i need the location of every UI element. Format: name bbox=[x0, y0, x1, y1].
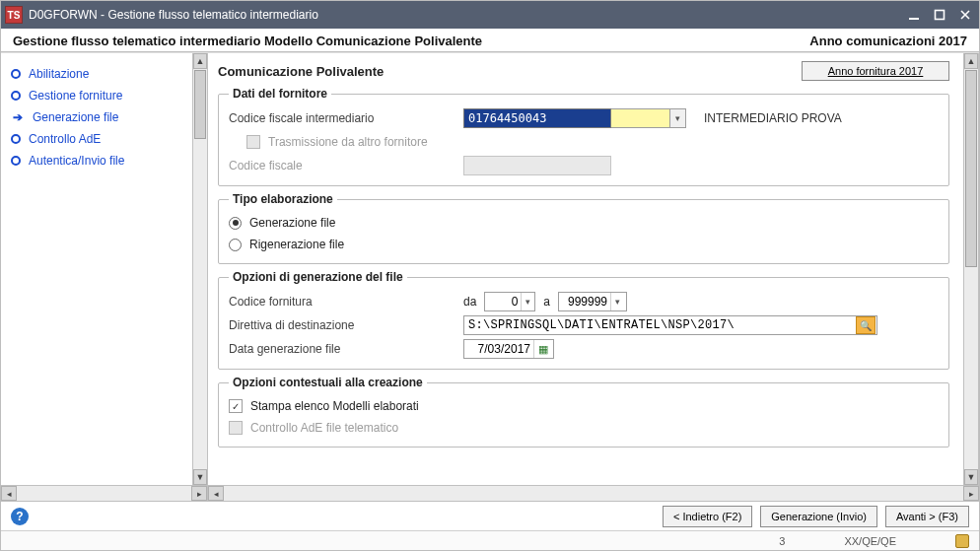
horizontal-scroll-row: ◂ ▸ ◂ ▸ bbox=[1, 485, 979, 501]
chevron-down-icon[interactable]: ▾ bbox=[610, 293, 624, 310]
group-elaboration-type: Tipo elaborazione Generazione file Rigen… bbox=[218, 192, 949, 264]
left-horizontal-scrollbar[interactable]: ◂ ▸ bbox=[1, 486, 208, 501]
direttiva-label: Direttiva di destinazione bbox=[229, 318, 455, 332]
codice-a-input[interactable]: ▾ bbox=[558, 292, 627, 311]
scroll-thumb[interactable] bbox=[965, 70, 977, 267]
year-supply-button[interactable]: Anno fornitura 2017 bbox=[802, 61, 949, 81]
chevron-down-icon[interactable]: ▾ bbox=[521, 293, 534, 310]
cf-intermediario-label: Codice fiscale intermediario bbox=[229, 111, 455, 125]
scroll-track[interactable] bbox=[964, 69, 978, 469]
bullet-icon bbox=[11, 156, 21, 166]
codice-da-field[interactable] bbox=[485, 294, 521, 310]
scroll-down-icon[interactable]: ▼ bbox=[193, 469, 207, 485]
nav-item-generazione-file[interactable]: ➔ Generazione file bbox=[11, 106, 186, 128]
bullet-icon bbox=[11, 91, 21, 101]
scroll-up-icon[interactable]: ▲ bbox=[964, 53, 978, 69]
chk-controllo-ade-label: Controllo AdE file telematico bbox=[250, 421, 398, 435]
svg-rect-1 bbox=[936, 11, 945, 20]
chk-controllo-ade bbox=[229, 421, 243, 435]
scroll-left-icon[interactable]: ◂ bbox=[1, 486, 17, 501]
trash-icon[interactable] bbox=[955, 534, 969, 548]
chk-stampa-elenco-label: Stampa elenco Modelli elaborati bbox=[250, 399, 419, 413]
radio-generazione[interactable] bbox=[229, 217, 242, 230]
maximize-button[interactable] bbox=[932, 7, 947, 23]
nav-item-gestione-forniture[interactable]: Gestione forniture bbox=[11, 85, 186, 106]
right-horizontal-scrollbar[interactable]: ◂ ▸ bbox=[208, 486, 979, 501]
back-button[interactable]: < Indietro (F2) bbox=[663, 506, 752, 527]
browse-folder-icon[interactable]: 🔍 bbox=[856, 316, 875, 334]
calendar-icon[interactable]: ▦ bbox=[533, 340, 551, 358]
other-supplier-label: Trasmissione da altro fornitore bbox=[268, 135, 428, 149]
radio-generazione-label: Generazione file bbox=[249, 216, 335, 230]
direttiva-path-input[interactable]: 🔍 bbox=[463, 315, 877, 335]
nav-item-autentica-invio[interactable]: Autentica/Invio file bbox=[11, 150, 186, 172]
scroll-track[interactable] bbox=[224, 486, 963, 501]
status-code: XX/QE/QE bbox=[844, 535, 896, 547]
nav-label: Autentica/Invio file bbox=[29, 154, 124, 168]
generate-button[interactable]: Generazione (Invio) bbox=[760, 506, 877, 527]
nav-label: Gestione forniture bbox=[29, 89, 122, 103]
subheader-title: Gestione flusso telematico intermediario… bbox=[13, 34, 809, 48]
scroll-down-icon[interactable]: ▼ bbox=[964, 469, 978, 485]
codice-fornitura-label: Codice fornitura bbox=[229, 295, 455, 309]
other-supplier-checkbox bbox=[246, 135, 260, 149]
scroll-up-icon[interactable]: ▲ bbox=[193, 53, 207, 69]
form-panel: Comunicazione Polivalente Anno fornitura… bbox=[208, 53, 963, 485]
bullet-icon bbox=[11, 134, 21, 144]
nav-list: Abilitazione Gestione forniture ➔ Genera… bbox=[1, 53, 192, 485]
status-number: 3 bbox=[779, 535, 785, 547]
status-bar: 3 XX/QE/QE bbox=[1, 530, 979, 550]
other-cf-label: Codice fiscale bbox=[229, 159, 455, 172]
nav-item-controllo-ade[interactable]: Controllo AdE bbox=[11, 128, 186, 150]
panel-title: Comunicazione Polivalente bbox=[218, 64, 802, 79]
nav-item-abilitazione[interactable]: Abilitazione bbox=[11, 63, 186, 85]
scroll-left-icon[interactable]: ◂ bbox=[208, 486, 224, 501]
codice-da-input[interactable]: ▾ bbox=[484, 292, 535, 311]
group-supplier-legend: Dati del fornitore bbox=[229, 87, 331, 101]
cf-intermediario-aux[interactable] bbox=[611, 108, 670, 128]
app-icon: TS bbox=[5, 6, 23, 24]
close-button[interactable] bbox=[957, 7, 973, 23]
cf-dropdown-button[interactable]: ▾ bbox=[670, 108, 686, 128]
to-label: a bbox=[543, 295, 550, 309]
other-cf-input bbox=[463, 156, 611, 175]
nav-label: Abilitazione bbox=[29, 67, 89, 81]
right-pane: Comunicazione Polivalente Anno fornitura… bbox=[208, 53, 979, 485]
right-vertical-scrollbar[interactable]: ▲ ▼ bbox=[963, 53, 979, 485]
bullet-icon bbox=[11, 69, 21, 79]
nav-label: Generazione file bbox=[33, 110, 118, 124]
subheader-year: Anno comunicazioni 2017 bbox=[809, 34, 967, 48]
cf-intermediario-input[interactable] bbox=[463, 108, 611, 128]
main-area: Abilitazione Gestione forniture ➔ Genera… bbox=[1, 52, 979, 485]
footer-toolbar: ? < Indietro (F2) Generazione (Invio) Av… bbox=[1, 501, 979, 530]
scroll-track[interactable] bbox=[193, 69, 207, 469]
window-title: D0GFORWN - Gestione flusso telematico in… bbox=[29, 8, 906, 22]
data-generazione-label: Data generazione file bbox=[229, 342, 455, 356]
scroll-thumb[interactable] bbox=[194, 70, 206, 139]
data-generazione-input[interactable]: ▦ bbox=[463, 339, 554, 359]
left-vertical-scrollbar[interactable]: ▲ ▼ bbox=[192, 53, 208, 485]
page-subheader: Gestione flusso telematico intermediario… bbox=[1, 29, 979, 52]
data-generazione-field[interactable] bbox=[464, 341, 533, 357]
radio-rigenerazione-label: Rigenerazione file bbox=[249, 238, 344, 251]
help-icon[interactable]: ? bbox=[11, 508, 29, 525]
radio-rigenerazione[interactable] bbox=[229, 239, 242, 251]
window-titlebar: TS D0GFORWN - Gestione flusso telematico… bbox=[1, 1, 979, 29]
minimize-button[interactable] bbox=[906, 7, 922, 23]
forward-button[interactable]: Avanti > (F3) bbox=[885, 506, 969, 527]
group-elab-legend: Tipo elaborazione bbox=[229, 192, 337, 206]
arrow-right-icon: ➔ bbox=[11, 112, 25, 122]
group-file-generation-options: Opzioni di generazione del file Codice f… bbox=[218, 270, 949, 370]
group-ctx-legend: Opzioni contestuali alla creazione bbox=[229, 376, 427, 389]
scroll-track[interactable] bbox=[17, 486, 191, 501]
left-pane: Abilitazione Gestione forniture ➔ Genera… bbox=[1, 53, 208, 485]
intermediario-name: INTERMEDIARIO PROVA bbox=[704, 111, 842, 125]
direttiva-path-field[interactable] bbox=[464, 318, 855, 332]
codice-a-field[interactable] bbox=[559, 294, 610, 310]
scroll-right-icon[interactable]: ▸ bbox=[191, 486, 207, 501]
nav-label: Controllo AdE bbox=[29, 132, 101, 146]
chk-stampa-elenco[interactable]: ✓ bbox=[229, 399, 243, 413]
scroll-right-icon[interactable]: ▸ bbox=[963, 486, 979, 501]
group-gen-legend: Opzioni di generazione del file bbox=[229, 270, 407, 284]
group-contextual-options: Opzioni contestuali alla creazione ✓ Sta… bbox=[218, 376, 949, 448]
